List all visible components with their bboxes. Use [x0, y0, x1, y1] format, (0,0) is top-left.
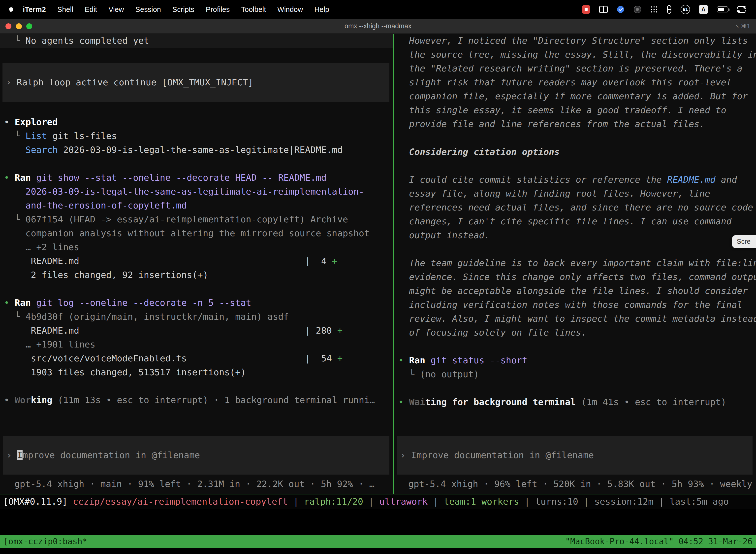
- menu-item-edit[interactable]: Edit: [84, 5, 97, 14]
- text-seg: README.md: [667, 174, 715, 185]
- text-seg: of focusing solely on file lines.: [398, 327, 586, 338]
- menu-item-window[interactable]: Window: [277, 5, 303, 14]
- terminal-line: • Ran git status --short: [398, 353, 756, 367]
- terminal-line: 2026-03-09-is-legal-the-same-as-legitima…: [4, 185, 393, 199]
- text-seg: review. Also, I might want to inspect th…: [398, 314, 756, 324]
- input-source-icon[interactable]: A: [699, 5, 708, 14]
- text-seg: Wai: [409, 397, 425, 407]
- text-seg: +: [337, 325, 343, 336]
- terminal-line: the "Related research writing" section i…: [398, 62, 756, 75]
- terminal-line: [4, 282, 393, 296]
- screen-overlay-button[interactable]: Scre: [732, 235, 756, 248]
- terminal-line: review. Also, I might want to inspect th…: [398, 312, 756, 326]
- menu-item-profiles[interactable]: Profiles: [206, 5, 230, 14]
- text-seg: king: [31, 395, 52, 405]
- terminal-line: evidence. Since this change only affects…: [398, 270, 756, 284]
- battery-icon[interactable]: [717, 4, 728, 15]
- text-seg: references need actual files, and since …: [398, 202, 753, 213]
- battery-fill: [718, 8, 724, 11]
- launchpad-grid-icon[interactable]: [650, 4, 658, 15]
- pill-icon[interactable]: [667, 4, 672, 15]
- text-seg: … +2 lines: [4, 242, 79, 252]
- terminal-line: slight risk that future readers may over…: [398, 75, 756, 89]
- text-seg: I could cite commit statistics or refere…: [398, 174, 667, 185]
- menu-item-scripts[interactable]: Scripts: [172, 5, 194, 14]
- text-seg: (11m 13s • esc to interrupt) · 1 backgro…: [52, 395, 375, 405]
- terminal-line: companion analysis without altering the …: [4, 226, 393, 240]
- traffic-lights: [0, 23, 32, 29]
- text-seg: and-the-erosion-of-copyleft.md: [4, 200, 187, 211]
- text-seg: └: [398, 369, 420, 379]
- terminal-line: references need actual files, and since …: [398, 201, 756, 214]
- menu-item-help[interactable]: Help: [314, 5, 329, 14]
- text-seg: … +1901 lines: [4, 339, 95, 349]
- terminal-line: of focusing solely on file lines.: [398, 326, 756, 340]
- terminal-line: [4, 379, 393, 393]
- left-prompt-input[interactable]: › Improve documentation in @filename: [3, 436, 389, 475]
- control-center-icon[interactable]: [737, 4, 746, 15]
- text-seg: 2026-03-09-is-legal-the-same-as-legitima…: [4, 186, 364, 197]
- text-seg: README.md | 4: [4, 256, 332, 266]
- text-seg: I: [17, 450, 22, 460]
- close-button[interactable]: [5, 23, 11, 29]
- text-seg: (no output): [420, 369, 479, 379]
- text-seg: |: [288, 494, 304, 509]
- window-title: omx --xhigh --madmax: [0, 22, 756, 30]
- text-seg: ting for background terminal: [425, 397, 576, 407]
- text-seg: provide file and line references from th…: [398, 119, 705, 129]
- battery-percent-icon[interactable]: 61: [681, 5, 690, 14]
- left-agent-pane[interactable]: └ No agents completed yet› Ralph loop ac…: [0, 34, 393, 494]
- text-seg: +: [337, 353, 343, 364]
- terminal-line: 1903 files changed, 513517 insertions(+): [4, 365, 393, 379]
- window-split-icon[interactable]: [599, 4, 608, 15]
- apple-menu-icon[interactable]: [8, 6, 14, 13]
- menu-item-iterm2[interactable]: iTerm2: [23, 5, 46, 14]
- menu-item-toolbelt[interactable]: Toolbelt: [241, 5, 266, 14]
- spacer: [0, 509, 756, 535]
- bottom-strip: [0, 548, 756, 554]
- text-seg: session:12m: [594, 494, 653, 509]
- text-seg: slight risk that future readers may over…: [398, 77, 732, 88]
- terminal-line: • Ran git show --stat --oneline --decora…: [4, 171, 393, 185]
- text-seg: [OMX#0.11.9]: [3, 494, 73, 509]
- text-seg: including verification notes with those …: [398, 299, 742, 310]
- terminal-line: companion file, especially if more comme…: [398, 89, 756, 103]
- terminal-line: essay file, along with finding root file…: [398, 187, 756, 201]
- text-seg: might be acceptable alongside the file l…: [398, 286, 748, 296]
- right-agent-pane[interactable]: However, I noticed the "Directory Struct…: [394, 34, 756, 494]
- text-seg: └: [4, 36, 25, 46]
- right-prompt-text: › Improve documentation in @filename: [400, 448, 749, 462]
- left-session-status: gpt-5.4 xhigh · main · 91% left · 2.31M …: [0, 477, 393, 491]
- text-seg: companion file, especially if more comme…: [398, 91, 748, 101]
- window-title-bar[interactable]: omx --xhigh --madmax ⌥⌘1: [0, 19, 756, 34]
- menu-item-shell[interactable]: Shell: [57, 5, 73, 14]
- terminal-line: However, I noticed the "Directory Struct…: [398, 34, 756, 48]
- text-seg: Ran: [15, 172, 31, 183]
- text-seg: [425, 355, 431, 365]
- dark-app-icon[interactable]: [633, 4, 641, 15]
- terminal-area: └ No agents completed yet› Ralph loop ac…: [0, 34, 756, 494]
- minimize-button[interactable]: [16, 23, 22, 29]
- text-seg: [31, 172, 36, 183]
- text-seg: 4b9d30f (origin/main, instructkr/main, m…: [25, 312, 289, 322]
- tmux-window-name[interactable]: [omx-cczip0:bash*: [3, 535, 87, 548]
- screen-record-indicator-icon[interactable]: [582, 5, 590, 14]
- window-shortcut-hint: ⌥⌘1: [734, 23, 756, 30]
- text-seg: |: [428, 494, 444, 509]
- menu-bar-status-icons: 61 A: [582, 4, 748, 15]
- terminal-line: src/voice/voiceModeEnabled.ts | 54 +: [4, 351, 393, 365]
- terminal-line: the source tree, missing the essay. Stil…: [398, 48, 756, 62]
- right-session-status: gpt-5.4 xhigh · 96% left · 520K in · 5.8…: [394, 477, 756, 491]
- zoom-button[interactable]: [26, 23, 32, 29]
- terminal-line: provide file and line references from th…: [398, 117, 756, 131]
- right-prompt-input[interactable]: › Improve documentation in @filename: [397, 436, 753, 475]
- text-seg: No agents completed yet: [25, 36, 149, 46]
- terminal-line: └ 4b9d30f (origin/main, instructkr/main,…: [4, 310, 393, 324]
- terminal-line: [398, 340, 756, 353]
- terminal-line: [398, 381, 756, 395]
- waiting-status-line: • Waiting for background terminal (1m 41…: [398, 395, 756, 409]
- menu-item-session[interactable]: Session: [135, 5, 161, 14]
- blue-app-icon[interactable]: [617, 4, 625, 15]
- right-scrollback: However, I noticed the "Directory Struct…: [394, 34, 756, 436]
- menu-item-view[interactable]: View: [108, 5, 124, 14]
